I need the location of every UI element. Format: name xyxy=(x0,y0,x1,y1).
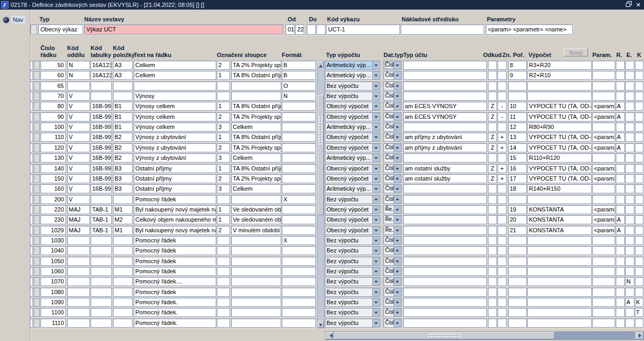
dat-typ-dropdown[interactable]: Ře... xyxy=(384,226,402,235)
cell-kod-polozky[interactable]: M1 xyxy=(113,205,133,214)
typ-vypoctu-dropdown[interactable]: Obecný výpočet xyxy=(325,102,380,111)
chevron-down-icon[interactable] xyxy=(372,298,380,306)
scroll-left-button[interactable] xyxy=(325,332,333,339)
cell-kod-oddilu[interactable] xyxy=(67,82,90,91)
cell-typ-uctu[interactable] xyxy=(403,246,487,255)
row-select-indicator[interactable] xyxy=(30,308,33,317)
dat-typ-dropdown[interactable]: Číslo xyxy=(384,82,402,91)
cell-oznaceni-sloupce-text[interactable]: TA 8% Ostatní příjn xyxy=(231,71,281,80)
close-icon[interactable]: ✕ xyxy=(636,0,641,10)
cell-text-na-radku[interactable]: Pomocný řádek xyxy=(134,195,216,204)
chevron-down-icon[interactable] xyxy=(372,308,380,316)
cell-text-na-radku[interactable]: Pomocný řádek.... xyxy=(134,277,216,286)
dat-typ-dropdown[interactable]: Číslo xyxy=(384,61,402,70)
cell-kod-tabulky[interactable] xyxy=(91,82,112,91)
cell-zn[interactable]: + xyxy=(498,133,507,142)
cell-zn[interactable] xyxy=(498,319,507,328)
cell-odkud[interactable] xyxy=(488,226,497,235)
chevron-down-icon[interactable] xyxy=(394,319,401,327)
cell-cislo-radku[interactable]: 1100 xyxy=(40,308,66,317)
chevron-down-icon[interactable] xyxy=(372,267,380,275)
cell-typ-uctu[interactable] xyxy=(403,123,487,132)
cell-typ-uctu[interactable] xyxy=(403,92,487,101)
cell-kod-tabulky[interactable]: 16B-999 xyxy=(91,174,112,183)
cell-kod-oddilu[interactable]: V xyxy=(67,92,90,101)
cell-e[interactable] xyxy=(625,143,634,152)
cell-typ-uctu[interactable] xyxy=(403,308,487,317)
cell-param[interactable]: <param> xyxy=(592,143,615,152)
cell-oznaceni-sloupce-text[interactable]: TA 8% Ostatní příjn xyxy=(231,102,281,111)
cell-kod-tabulky[interactable] xyxy=(91,267,112,276)
cell-k[interactable] xyxy=(635,195,643,204)
cell-vypocet[interactable]: VYPOCET TU (TA, OD-D xyxy=(527,102,592,111)
cell-format[interactable]: X xyxy=(282,236,316,245)
cell-r[interactable] xyxy=(616,153,625,163)
cell-k[interactable] xyxy=(635,102,643,111)
cell-k[interactable] xyxy=(635,277,643,286)
cell-cislo-radku[interactable]: 220 xyxy=(40,205,66,214)
cell-format[interactable] xyxy=(282,246,316,255)
cell-kod-oddilu[interactable] xyxy=(67,257,90,266)
scroll-right-button[interactable] xyxy=(635,332,643,339)
cell-typ-uctu[interactable] xyxy=(403,226,487,235)
cell-kod-oddilu[interactable]: MAJ xyxy=(67,205,90,214)
cell-k[interactable]: K xyxy=(635,298,643,307)
cell-oznaceni-sloupce-cislo[interactable] xyxy=(217,298,230,307)
row-select-indicator[interactable] xyxy=(30,123,33,132)
cell-r[interactable] xyxy=(616,61,625,70)
cell-format[interactable] xyxy=(282,298,316,307)
cell-r[interactable] xyxy=(616,267,625,276)
cell-zn[interactable] xyxy=(498,82,507,91)
cell-vypocet[interactable] xyxy=(527,319,592,328)
cell-kod-oddilu[interactable]: MAJ xyxy=(67,226,90,235)
cell-text-na-radku[interactable]: Ostatní příjmy xyxy=(134,174,216,183)
cell-por[interactable] xyxy=(508,298,527,307)
cell-kod-tabulky[interactable]: 16B-999 xyxy=(91,123,112,132)
cell-kod-tabulky[interactable] xyxy=(91,308,112,317)
chevron-down-icon[interactable] xyxy=(394,123,401,131)
typ-vypoctu-dropdown[interactable]: Bez výpočtu xyxy=(325,92,380,101)
cell-param[interactable] xyxy=(592,82,615,91)
cell-cislo-radku[interactable]: 1110 xyxy=(40,319,66,328)
cell-por[interactable]: 10 xyxy=(508,102,527,111)
parametry-field[interactable]: <param> <parametr> <name> xyxy=(486,25,573,35)
cell-format[interactable] xyxy=(282,133,316,142)
row-select-indicator[interactable] xyxy=(30,71,33,80)
cell-format[interactable] xyxy=(282,277,316,286)
cell-kod-tabulky[interactable]: 16B-999 xyxy=(91,184,112,193)
cell-cislo-radku[interactable]: 1060 xyxy=(40,267,66,276)
chevron-down-icon[interactable] xyxy=(372,61,380,69)
cell-oznaceni-sloupce-cislo[interactable] xyxy=(217,82,230,91)
cell-e[interactable] xyxy=(625,246,634,255)
cell-typ-uctu[interactable] xyxy=(403,288,487,297)
cell-oznaceni-sloupce-cislo[interactable]: 2 xyxy=(217,174,230,183)
cell-format[interactable] xyxy=(282,123,316,132)
cell-cislo-radku[interactable]: 230 xyxy=(40,215,66,224)
cell-por[interactable]: 12 xyxy=(508,123,527,132)
cell-e[interactable] xyxy=(625,61,634,70)
cell-k[interactable] xyxy=(635,71,643,80)
cell-k[interactable] xyxy=(635,61,643,70)
chevron-down-icon[interactable] xyxy=(372,288,380,296)
nazev-sestavy-field[interactable]: Výkaz UCT xyxy=(84,25,283,35)
cell-por[interactable]: 14 xyxy=(508,143,527,152)
cell-oznaceni-sloupce-text[interactable]: TA 2% Projekty spo xyxy=(231,174,281,183)
chevron-down-icon[interactable] xyxy=(394,102,401,110)
row-select-indicator[interactable] xyxy=(30,102,33,111)
cell-e[interactable] xyxy=(625,71,634,80)
cell-kod-oddilu[interactable]: V xyxy=(67,123,90,132)
cell-e[interactable] xyxy=(625,215,634,224)
cell-kod-polozky[interactable] xyxy=(113,288,133,297)
cell-por[interactable]: 15 xyxy=(508,153,527,163)
cell-kod-tabulky[interactable]: 16B-999 xyxy=(91,133,112,142)
cell-oznaceni-sloupce-text[interactable]: Ve sledovaném obd xyxy=(231,205,281,214)
cell-oznaceni-sloupce-cislo[interactable]: 2 xyxy=(217,226,230,235)
cell-oznaceni-sloupce-cislo[interactable] xyxy=(217,257,230,266)
cell-oznaceni-sloupce-cislo[interactable] xyxy=(217,236,230,245)
cell-r[interactable] xyxy=(616,82,625,91)
cell-kod-tabulky[interactable]: TAB-1 xyxy=(91,215,112,224)
chevron-down-icon[interactable] xyxy=(394,298,401,306)
cell-format[interactable] xyxy=(282,257,316,266)
cell-kod-polozky[interactable] xyxy=(113,308,133,317)
typ-vypoctu-dropdown[interactable]: Aritmetický výp... xyxy=(325,184,380,193)
